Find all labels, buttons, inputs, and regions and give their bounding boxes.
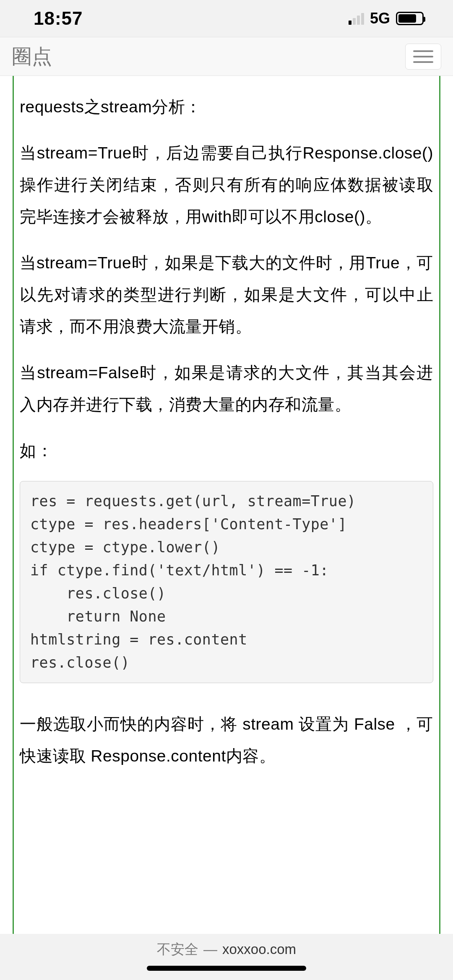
- content-area[interactable]: requests之stream分析： 当stream=True时，后边需要自己执…: [0, 76, 453, 934]
- article-body: requests之stream分析： 当stream=True时，后边需要自己执…: [13, 76, 440, 934]
- separator: —: [203, 941, 217, 957]
- browser-bottom-bar: 不安全 — xoxxoo.com: [0, 934, 453, 980]
- paragraph: 一般选取小而快的内容时，将 stream 设置为 False ，可快速读取 Re…: [20, 708, 433, 772]
- signal-icon: [349, 12, 364, 25]
- paragraph: 当stream=True时，后边需要自己执行Response.close()操作…: [20, 137, 433, 233]
- menu-icon[interactable]: [405, 44, 441, 70]
- url-bar[interactable]: 不安全 — xoxxoo.com: [157, 940, 296, 959]
- paragraph: 如：: [20, 435, 433, 467]
- insecure-label: 不安全: [157, 940, 198, 959]
- paragraph: 当stream=False时，如果是请求的大文件，其当其会进入内存并进行下载，消…: [20, 357, 433, 421]
- paragraph: 当stream=True时，如果是下载大的文件时，用True，可以先对请求的类型…: [20, 247, 433, 343]
- status-right: 5G: [349, 10, 424, 27]
- network-label: 5G: [370, 10, 390, 27]
- site-title[interactable]: 圈点: [12, 43, 52, 70]
- code-block: res = requests.get(url, stream=True) cty…: [20, 481, 433, 683]
- nav-bar: 圈点: [0, 37, 453, 76]
- domain-label: xoxxoo.com: [222, 941, 296, 957]
- status-bar: 18:57 5G: [0, 0, 453, 37]
- status-time: 18:57: [34, 8, 83, 29]
- paragraph: requests之stream分析：: [20, 91, 433, 123]
- home-indicator[interactable]: [147, 966, 306, 971]
- battery-icon: [396, 12, 424, 25]
